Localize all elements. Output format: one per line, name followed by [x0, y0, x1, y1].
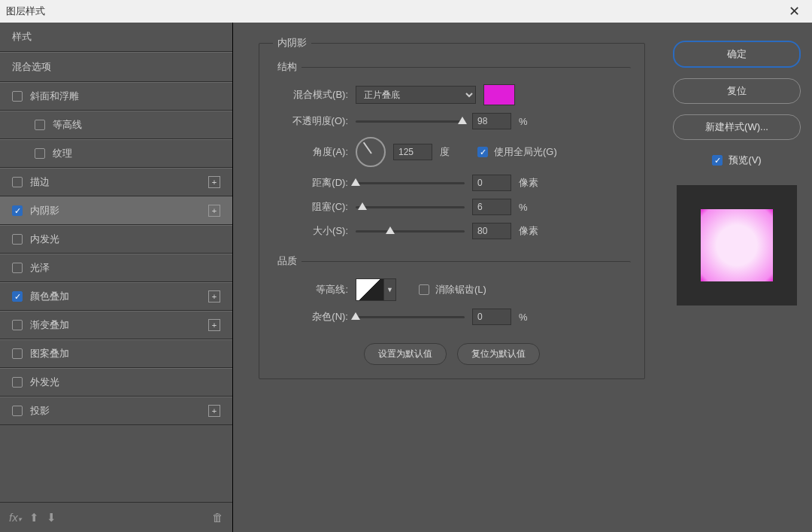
style-item-8[interactable]: 渐变叠加+ — [0, 311, 232, 339]
style-item-0[interactable]: 斜面和浮雕 — [0, 82, 232, 111]
trash-icon[interactable]: 🗑 — [212, 511, 223, 524]
add-effect-icon[interactable]: + — [208, 405, 220, 417]
add-effect-icon[interactable]: + — [208, 319, 220, 331]
style-checkbox[interactable] — [12, 348, 23, 359]
add-effect-icon[interactable]: + — [208, 290, 220, 302]
left-panel: 样式 混合选项 斜面和浮雕等高线纹理描边+✓内阴影+内发光光泽✓颜色叠加+渐变叠… — [0, 23, 233, 532]
styles-header[interactable]: 样式 — [0, 23, 232, 52]
angle-label: 角度(A): — [273, 145, 348, 159]
style-checkbox[interactable]: ✓ — [12, 205, 23, 216]
cancel-button[interactable]: 复位 — [673, 78, 801, 104]
fx-icon[interactable]: fx▾ — [9, 511, 22, 524]
antialias-label: 消除锯齿(L) — [435, 283, 486, 296]
new-style-button[interactable]: 新建样式(W)... — [673, 114, 801, 140]
up-icon[interactable]: ⬆ — [29, 511, 39, 524]
angle-dial[interactable] — [356, 137, 386, 167]
noise-input[interactable] — [472, 309, 511, 325]
style-list: 样式 混合选项 斜面和浮雕等高线纹理描边+✓内阴影+内发光光泽✓颜色叠加+渐变叠… — [0, 23, 232, 502]
noise-slider[interactable] — [356, 312, 465, 322]
size-unit: 像素 — [519, 224, 549, 238]
choke-slider[interactable] — [356, 202, 465, 212]
noise-unit: % — [519, 312, 549, 323]
content: 样式 混合选项 斜面和浮雕等高线纹理描边+✓内阴影+内发光光泽✓颜色叠加+渐变叠… — [0, 23, 812, 532]
global-light-label: 使用全局光(G) — [494, 145, 557, 159]
style-item-label: 光泽 — [30, 261, 50, 275]
style-item-7[interactable]: ✓颜色叠加+ — [0, 282, 232, 311]
ok-button[interactable]: 确定 — [673, 41, 801, 68]
style-item-label: 渐变叠加 — [30, 318, 69, 332]
distance-label: 距离(D): — [273, 176, 348, 190]
inner-shadow-fieldset: 内阴影 结构 混合模式(B): 正片叠底 不透明度(O): % 角度(A): — [259, 36, 645, 379]
style-item-3[interactable]: 描边+ — [0, 168, 232, 196]
make-default-button[interactable]: 设置为默认值 — [364, 343, 447, 365]
style-item-10[interactable]: 外发光 — [0, 368, 232, 397]
style-item-6[interactable]: 光泽 — [0, 254, 232, 282]
opacity-unit: % — [519, 116, 549, 127]
quality-title: 品质 — [273, 254, 301, 268]
global-light-checkbox[interactable]: ✓ — [477, 147, 488, 157]
style-item-label: 内阴影 — [30, 204, 59, 217]
window-title: 图层样式 — [6, 5, 45, 18]
noise-label: 杂色(N): — [273, 310, 348, 324]
color-swatch[interactable] — [483, 84, 515, 105]
opacity-input[interactable] — [472, 113, 511, 129]
style-item-label: 斜面和浮雕 — [30, 90, 79, 103]
preview-checkbox[interactable]: ✓ — [712, 155, 723, 166]
blend-mode-select[interactable]: 正片叠底 — [356, 86, 476, 104]
choke-input[interactable] — [472, 199, 511, 215]
style-checkbox[interactable] — [35, 120, 45, 130]
contour-dropdown-icon[interactable]: ▼ — [384, 278, 396, 301]
style-checkbox[interactable] — [12, 91, 23, 102]
style-item-11[interactable]: 投影+ — [0, 397, 232, 425]
style-checkbox[interactable] — [12, 177, 23, 187]
style-item-label: 等高线 — [53, 118, 82, 132]
style-item-4[interactable]: ✓内阴影+ — [0, 196, 232, 225]
reset-default-button[interactable]: 复位为默认值 — [457, 343, 540, 365]
style-item-1[interactable]: 等高线 — [0, 111, 232, 139]
fieldset-title: 内阴影 — [273, 36, 311, 50]
opacity-slider[interactable] — [356, 116, 465, 126]
style-checkbox[interactable] — [12, 377, 23, 388]
contour-label: 等高线: — [273, 283, 348, 296]
add-effect-icon[interactable]: + — [208, 205, 220, 217]
style-item-label: 投影 — [30, 404, 50, 418]
style-item-label: 外发光 — [30, 375, 59, 389]
style-item-label: 颜色叠加 — [30, 290, 69, 303]
preview-box — [677, 185, 797, 306]
choke-label: 阻塞(C): — [273, 200, 348, 214]
add-effect-icon[interactable]: + — [208, 176, 220, 188]
style-item-label: 描边 — [30, 175, 50, 189]
titlebar: 图层样式 ✕ — [0, 0, 812, 23]
style-item-9[interactable]: 图案叠加 — [0, 339, 232, 368]
contour-picker[interactable] — [356, 278, 384, 301]
angle-input[interactable] — [393, 144, 432, 160]
angle-unit: 度 — [440, 145, 470, 159]
style-checkbox[interactable] — [12, 320, 23, 330]
right-panel: 确定 复位 新建样式(W)... ✓ 预览(V) — [662, 23, 812, 532]
down-icon[interactable]: ⬇ — [47, 511, 56, 524]
size-input[interactable] — [472, 223, 511, 239]
blend-options-header[interactable]: 混合选项 — [0, 52, 232, 82]
size-slider[interactable] — [356, 226, 465, 236]
opacity-label: 不透明度(O): — [273, 114, 348, 128]
choke-unit: % — [519, 202, 549, 213]
antialias-checkbox[interactable] — [419, 284, 429, 295]
style-item-5[interactable]: 内发光 — [0, 225, 232, 254]
blend-mode-label: 混合模式(B): — [273, 88, 348, 102]
style-item-label: 图案叠加 — [30, 347, 69, 360]
style-checkbox[interactable] — [12, 234, 23, 245]
style-checkbox[interactable] — [12, 406, 23, 416]
distance-unit: 像素 — [519, 176, 549, 190]
settings-panel: 内阴影 结构 混合模式(B): 正片叠底 不透明度(O): % 角度(A): — [233, 23, 662, 532]
style-checkbox[interactable]: ✓ — [12, 291, 23, 302]
preview-label: 预览(V) — [729, 154, 761, 167]
style-item-label: 内发光 — [30, 233, 59, 246]
preview-swatch — [701, 209, 773, 281]
style-checkbox[interactable] — [12, 263, 23, 273]
distance-input[interactable] — [472, 175, 511, 191]
distance-slider[interactable] — [356, 178, 465, 188]
close-icon[interactable]: ✕ — [783, 3, 806, 20]
structure-fieldset: 结构 混合模式(B): 正片叠底 不透明度(O): % 角度(A): 度 — [273, 60, 631, 247]
style-checkbox[interactable] — [35, 148, 45, 159]
style-item-2[interactable]: 纹理 — [0, 139, 232, 168]
